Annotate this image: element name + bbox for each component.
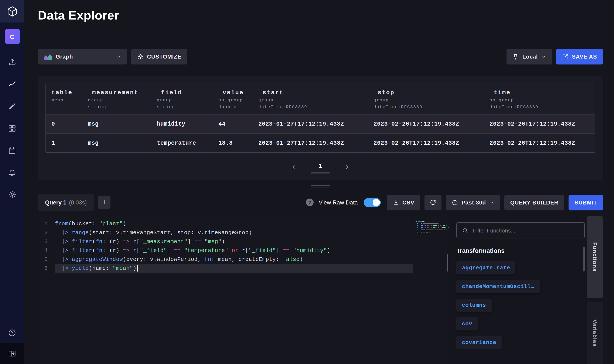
- nav-item-settings[interactable]: [0, 183, 24, 205]
- view-type-label: Graph: [56, 53, 73, 60]
- view-raw-toggle[interactable]: [364, 198, 381, 207]
- editor-scrollbar[interactable]: [447, 254, 448, 272]
- nav-item-data-explorer[interactable]: [0, 73, 24, 95]
- code-text: |> range(start: v.timeRangeStart, stop: …: [55, 228, 413, 237]
- graph-preview-icon: [44, 53, 52, 60]
- view-controls: Graph CUSTOMIZE Local: [38, 49, 603, 65]
- minimap-mark: [446, 225, 447, 226]
- minimap-mark: [419, 230, 420, 230]
- resize-grip-line: [311, 185, 330, 186]
- view-type-dropdown[interactable]: Graph: [38, 49, 127, 65]
- nav-item-notebooks[interactable]: [0, 95, 24, 117]
- function-chip[interactable]: covariance: [456, 336, 502, 349]
- avatar[interactable]: C: [4, 29, 20, 44]
- code-line[interactable]: 3 |> filter(fn: (r) => r["_measurement"]…: [38, 237, 413, 246]
- functions-scrollbar[interactable]: [583, 247, 585, 272]
- add-query-button[interactable]: +: [98, 196, 111, 209]
- bell-icon: [8, 168, 16, 176]
- table-cell: 2023-02-26T17:12:19.438Z: [484, 121, 595, 127]
- function-chip[interactable]: chandeMomentumOscill…: [456, 280, 540, 293]
- avatar-letter: C: [10, 33, 14, 40]
- function-chip[interactable]: aggregate.rate: [456, 261, 516, 274]
- code-text: |> aggregateWindow(every: v.windowPeriod…: [55, 255, 413, 264]
- expand-panel-icon: [8, 349, 16, 357]
- table-cell: 1: [46, 140, 83, 146]
- download-icon: [393, 199, 399, 206]
- code-text: |> filter(fn: (r) => r["_measurement"] =…: [55, 237, 413, 246]
- text-cursor: [137, 265, 138, 272]
- query-bar-actions: ? View Raw Data CSV: [306, 195, 603, 210]
- page-title: Data Explorer: [38, 0, 603, 23]
- save-as-button[interactable]: SAVE AS: [556, 49, 603, 65]
- raw-data-panel: tablemean_measurementgroupstring_fieldgr…: [38, 76, 603, 180]
- minimap-mark: [416, 221, 417, 222]
- function-search[interactable]: [456, 222, 585, 238]
- calendar-icon: [8, 146, 16, 154]
- logo[interactable]: [0, 0, 24, 23]
- chevron-down-icon: [541, 54, 546, 59]
- nav-item-help[interactable]: [0, 322, 24, 343]
- minimap-mark: [424, 221, 425, 222]
- minimap-mark: [423, 232, 426, 233]
- current-page: 1: [319, 162, 322, 169]
- raw-data-help-icon[interactable]: ?: [306, 198, 314, 206]
- upload-icon: [8, 58, 16, 66]
- code-line[interactable]: 1from(bucket: "plant"): [38, 219, 413, 228]
- sidebar: C: [0, 0, 24, 364]
- nav-item-expand-nav[interactable]: [0, 343, 24, 364]
- submit-label: SUBMIT: [574, 199, 597, 206]
- column-header: tablemean: [46, 84, 83, 114]
- pagination-scrollbar[interactable]: [311, 172, 330, 173]
- time-range-label: Past 30d: [462, 199, 486, 206]
- minimap-mark: [416, 227, 417, 228]
- sidebar-bottom: [0, 322, 24, 364]
- code-line[interactable]: 2 |> range(start: v.timeRangeStart, stop…: [38, 228, 413, 237]
- table-cell: 2023-01-27T17:12:19.438Z: [253, 140, 368, 146]
- tab-functions[interactable]: Functions: [587, 216, 603, 298]
- function-chip[interactable]: cov: [456, 317, 478, 330]
- customize-label: CUSTOMIZE: [147, 53, 181, 60]
- nav-item-tasks[interactable]: [0, 139, 24, 161]
- time-range-dropdown[interactable]: Past 30d: [446, 195, 500, 210]
- column-title: _measurement: [88, 89, 148, 96]
- code-line[interactable]: 5 |> aggregateWindow(every: v.windowPeri…: [38, 255, 413, 264]
- refresh-button[interactable]: [425, 195, 442, 210]
- panel-resize-handle[interactable]: [38, 185, 603, 188]
- table-cell: 2023-02-26T17:12:19.438Z: [484, 140, 595, 146]
- tab-variables[interactable]: Variables: [587, 302, 603, 364]
- minimap-line: [416, 232, 445, 233]
- results-table: tablemean_measurementgroupstring_fieldgr…: [45, 84, 595, 153]
- code-line[interactable]: 6 |> yield(name: "mean"): [38, 264, 413, 273]
- minimap-mark: [446, 227, 447, 228]
- minimap-mark: [421, 223, 422, 224]
- code-editor[interactable]: 1from(bucket: "plant")2 |> range(start: …: [38, 216, 449, 364]
- customize-button[interactable]: CUSTOMIZE: [131, 49, 187, 65]
- minimap-mark: [421, 232, 422, 233]
- minimap-mark: [419, 223, 420, 224]
- minimap-mark: [421, 225, 423, 226]
- column-subtitle: dateTime:RFC3339: [489, 105, 591, 109]
- function-chip[interactable]: columns: [456, 299, 491, 312]
- next-page-button[interactable]: ›: [346, 162, 349, 170]
- query-tab[interactable]: Query 1 (0.03s): [38, 194, 94, 211]
- submit-button[interactable]: SUBMIT: [569, 195, 603, 210]
- query-builder-button[interactable]: QUERY BUILDER: [504, 195, 564, 210]
- minimap-mark: [437, 230, 443, 230]
- nav-item-dashboards[interactable]: [0, 117, 24, 139]
- csv-button[interactable]: CSV: [387, 195, 420, 210]
- column-header: _timeno groupdateTime:RFC3339: [484, 84, 595, 114]
- question-circle-icon: [8, 329, 16, 337]
- column-subtitle: group: [258, 98, 364, 103]
- code-lines[interactable]: 1from(bucket: "plant")2 |> range(start: …: [38, 219, 413, 364]
- minimap-mark: [416, 232, 417, 233]
- pagination: ‹ 1 ›: [45, 162, 595, 173]
- minimap-mark: [419, 227, 420, 228]
- nav-item-alerts[interactable]: [0, 161, 24, 183]
- editor-minimap[interactable]: [413, 219, 449, 364]
- code-line[interactable]: 4 |> filter(fn: (r) => r["_field"] == "t…: [38, 246, 413, 255]
- function-search-input[interactable]: [472, 227, 579, 234]
- local-dropdown[interactable]: Local: [507, 49, 552, 65]
- minimap-mark: [438, 227, 439, 228]
- prev-page-button[interactable]: ‹: [292, 162, 295, 170]
- nav-item-upload[interactable]: [0, 51, 24, 73]
